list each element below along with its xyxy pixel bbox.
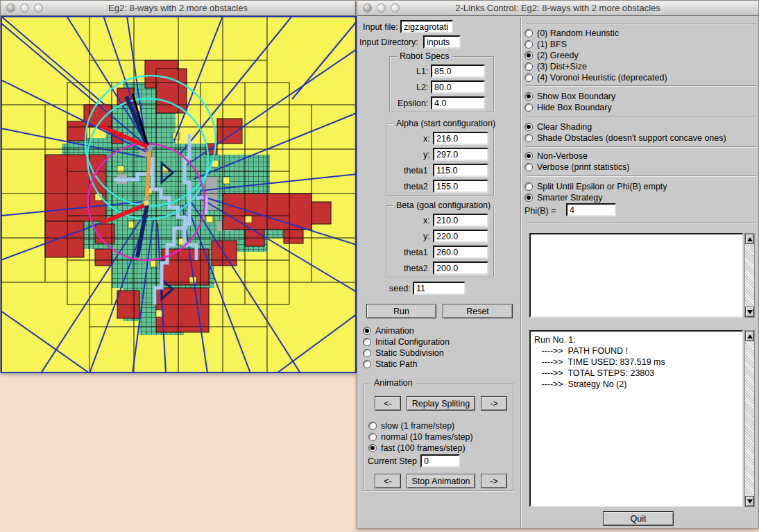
scroll-down-icon[interactable]: [745, 307, 754, 317]
radio-label: Verbose (print statistics): [537, 162, 629, 172]
radio-label: Animation: [375, 326, 414, 336]
clear-shading[interactable]: Clear Shading: [525, 121, 592, 132]
step-back-button[interactable]: <-: [375, 474, 401, 488]
radio-label: Show Box Boundary: [537, 92, 615, 101]
replay-next-button[interactable]: ->: [481, 396, 507, 411]
beta-theta2-field[interactable]: [433, 261, 488, 275]
input-directory-field[interactable]: [423, 35, 461, 49]
radio-icon: [363, 360, 371, 368]
zoom-icon[interactable]: [34, 3, 43, 12]
viewer-titlebar[interactable]: Eg2: 8-ways with 2 more obstacles: [1, 1, 355, 16]
split-until-epsilon[interactable]: Split Until Epsilon or Phi(B) empty: [525, 181, 667, 191]
heuristic-bfs[interactable]: (1) BFS: [525, 39, 567, 49]
seed-field[interactable]: [413, 282, 466, 295]
scroll-up-icon[interactable]: [745, 234, 754, 244]
beta-group: Beta (goal configuration) x: y: theta1 t…: [386, 205, 495, 278]
console-line: ---->> TOTAL STEPS: 23803: [534, 368, 738, 379]
alpha-x-field[interactable]: [433, 132, 488, 145]
radio-icon: [525, 163, 533, 171]
radio-label: Shade Obstacles (doesn't support concave…: [537, 133, 726, 143]
smarter-strategy[interactable]: Smarter Strategy: [525, 192, 602, 203]
animation-group-title: Animation: [371, 378, 416, 388]
results-console[interactable]: Run No. 1: ---->> PATH FOUND ! ---->> TI…: [529, 330, 743, 507]
verbose[interactable]: Verbose (print statistics): [525, 162, 629, 172]
radio-icon: [368, 422, 377, 430]
l2-field[interactable]: [431, 80, 485, 94]
step-forward-button[interactable]: ->: [481, 474, 507, 488]
radio-label: Non-Verbose: [537, 151, 588, 161]
radio-icon: [525, 92, 533, 101]
beta-theta1-label: theta1: [404, 248, 428, 257]
beta-x-field[interactable]: [433, 214, 488, 227]
message-list-scrollbar[interactable]: [744, 233, 755, 318]
alpha-theta2-field[interactable]: [433, 180, 488, 193]
shade-obstacles[interactable]: Shade Obstacles (doesn't support concave…: [525, 132, 726, 143]
viewer-window-title: Eg2: 8-ways with 2 more obstacles: [108, 3, 248, 13]
speed-fast[interactable]: fast (100 frames/step): [368, 443, 466, 453]
console-line: ---->> PATH FOUND !: [534, 345, 738, 357]
alpha-y-field[interactable]: [433, 148, 488, 161]
console-line: ---->> TIME USED: 837.519 ms: [534, 357, 738, 368]
speed-normal[interactable]: normal (10 frames/step): [368, 431, 473, 442]
epsilon-field[interactable]: [431, 96, 485, 110]
separator: [526, 175, 757, 177]
display-mode-animation[interactable]: Animation: [363, 325, 414, 336]
heuristic-greedy[interactable]: (2) Greedy: [525, 50, 579, 60]
control-titlebar[interactable]: 2-Links Control: Eg2: 8-ways with 2 more…: [357, 1, 758, 16]
display-mode-static-subdivision[interactable]: Static Subdivision: [363, 347, 444, 358]
stop-animation-button[interactable]: Stop Animation: [407, 474, 475, 488]
l1-field[interactable]: [431, 65, 485, 78]
current-step-field[interactable]: [420, 454, 460, 467]
radio-label: (1) BFS: [537, 40, 567, 49]
show-box-boundary[interactable]: Show Box Boundary: [525, 91, 615, 101]
l2-label: L2:: [416, 83, 428, 92]
radio-icon: [525, 134, 533, 142]
radio-icon: [525, 40, 533, 49]
non-verbose[interactable]: Non-Verbose: [525, 151, 588, 161]
radio-label: Initial Configuration: [375, 337, 450, 347]
speed-slow[interactable]: slow (1 frame/step): [368, 420, 454, 431]
radio-icon: [368, 433, 377, 441]
minimize-icon[interactable]: [20, 3, 29, 12]
subdivision-canvas[interactable]: [1, 16, 357, 376]
seed-label: seed:: [389, 284, 411, 293]
alpha-theta1-field[interactable]: [433, 164, 488, 177]
radio-label: Static Path: [375, 359, 417, 369]
message-list[interactable]: [529, 233, 743, 318]
close-icon[interactable]: [363, 3, 372, 12]
close-icon[interactable]: [6, 3, 15, 12]
replay-splitting-button[interactable]: Replay Spliting: [407, 396, 475, 411]
scroll-up-icon[interactable]: [745, 331, 754, 341]
window-controls: [363, 3, 400, 12]
scroll-down-icon[interactable]: [745, 496, 754, 506]
radio-label: normal (10 frames/step): [381, 432, 473, 442]
radio-icon: [525, 194, 533, 202]
beta-title: Beta (goal configuration): [393, 200, 493, 210]
display-mode-initial-configuration[interactable]: Initial Configuration: [363, 336, 450, 347]
control-window: 2-Links Control: Eg2: 8-ways with 2 more…: [357, 0, 759, 529]
robot-specs-title: Robot Specs: [397, 51, 452, 61]
heuristic-dist-size[interactable]: (3) Dist+Size: [525, 61, 587, 71]
input-file-field[interactable]: [400, 20, 453, 33]
radio-icon: [363, 327, 371, 335]
radio-icon: [525, 51, 533, 60]
radio-icon: [525, 152, 533, 160]
hide-box-boundary[interactable]: Hide Box Boundary: [525, 102, 612, 112]
radio-icon: [525, 123, 533, 131]
reset-button[interactable]: Reset: [443, 304, 513, 318]
display-mode-static-path[interactable]: Static Path: [363, 359, 417, 369]
alpha-y-label: y:: [423, 150, 430, 160]
minimize-icon[interactable]: [377, 3, 386, 12]
zoom-icon[interactable]: [391, 3, 400, 12]
radio-icon: [525, 103, 533, 112]
separator: [526, 223, 757, 224]
beta-y-field[interactable]: [433, 230, 488, 243]
heuristic-random[interactable]: (0) Random Heuristic: [525, 28, 619, 38]
heuristic-voronoi[interactable]: (4) Voronoi Heuristic (deprecated): [525, 72, 667, 83]
replay-prev-button[interactable]: <-: [375, 396, 401, 411]
phi-field[interactable]: [566, 203, 616, 216]
quit-button[interactable]: Quit: [603, 511, 674, 526]
results-console-scrollbar[interactable]: [744, 330, 755, 507]
run-button[interactable]: Run: [366, 304, 436, 318]
beta-theta1-field[interactable]: [433, 246, 488, 259]
